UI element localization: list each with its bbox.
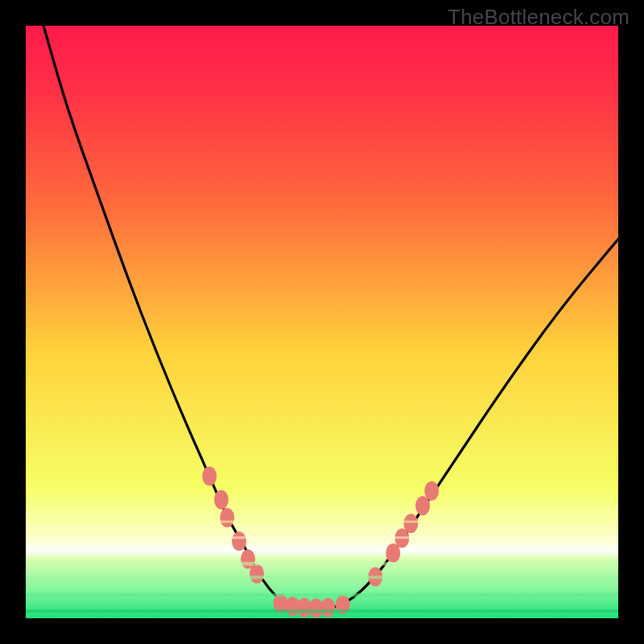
curve-marker <box>250 564 264 584</box>
svg-rect-5 <box>26 593 618 597</box>
svg-rect-3 <box>26 562 618 565</box>
svg-rect-2 <box>26 536 618 539</box>
curve-marker <box>320 598 335 617</box>
curve-marker <box>214 490 229 510</box>
bottleneck-chart <box>0 0 644 644</box>
curve-marker <box>424 481 439 501</box>
curve-marker <box>202 466 217 485</box>
watermark-text: TheBottleneck.com <box>448 5 630 30</box>
svg-rect-6 <box>26 609 618 613</box>
svg-rect-4 <box>26 576 618 579</box>
curve-marker <box>220 508 234 527</box>
svg-rect-1 <box>26 521 618 523</box>
curve-marker <box>403 514 418 533</box>
curve-marker <box>232 531 246 551</box>
plot-background <box>26 26 618 618</box>
